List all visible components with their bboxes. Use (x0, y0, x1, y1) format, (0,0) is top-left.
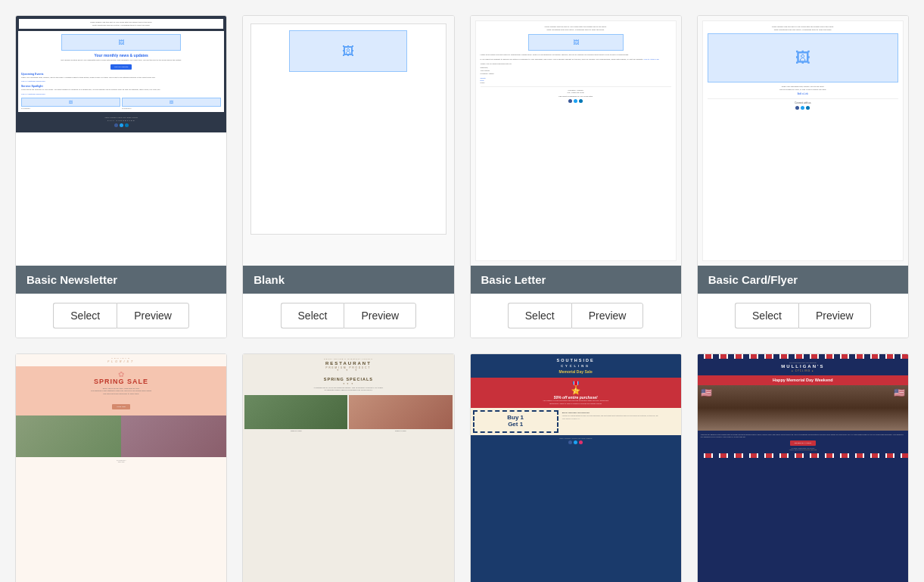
memorial-preview-area[interactable]: SOUTHSIDECYCLING Memorial Day Sale 🎖️ 50… (471, 354, 681, 582)
template-card-letter: Some readers see this part of your email… (470, 15, 682, 338)
cardflyer-preview-button[interactable]: Preview (798, 303, 871, 328)
cardflyer-preview-area[interactable]: Some readers see this part of your email… (698, 16, 908, 266)
newsletter-actions: Select Preview (16, 294, 226, 338)
letter-preview-button[interactable]: Preview (571, 303, 644, 328)
blank-title: Blank (254, 273, 285, 286)
template-card-restaurant-spring: Savor spring's greatest flavors RESTAURA… (242, 353, 454, 582)
blank-preview-area[interactable]: 🖼 (243, 16, 453, 266)
blank-preview-button[interactable]: Preview (344, 303, 416, 328)
letter-actions: Select Preview (471, 294, 681, 338)
letter-name-bar: Basic Letter (471, 266, 681, 294)
cardflyer-name-bar: Basic Card/Flyer (698, 266, 908, 294)
letter-preview-area[interactable]: Some readers see this part of your email… (471, 16, 681, 266)
cardflyer-title: Basic Card/Flyer (708, 273, 798, 286)
letter-title: Basic Letter (481, 273, 546, 286)
template-card-blank: 🖼 Blank Select Preview (242, 15, 454, 338)
restaurant-spring-preview-area[interactable]: Savor spring's greatest flavors RESTAURA… (243, 354, 453, 582)
newsletter-name-bar: Basic Newsletter (16, 266, 226, 294)
blank-actions: Select Preview (243, 294, 453, 338)
newsletter-title: Basic Newsletter (26, 273, 117, 286)
retail-spring-preview-area[interactable]: FEMIGAN FLORIST ✿ SPRING SALE Enjoy [30%… (16, 354, 226, 582)
restaurant-memorial-preview-area[interactable]: Kick off the season with some great eats… (698, 354, 908, 582)
template-grid: Some readers see this part of your email… (15, 15, 909, 582)
template-card-retail-spring: FEMIGAN FLORIST ✿ SPRING SALE Enjoy [30%… (15, 353, 227, 582)
cardflyer-select-button[interactable]: Select (735, 303, 798, 328)
cardflyer-actions: Select Preview (698, 294, 908, 338)
blank-name-bar: Blank (243, 266, 453, 294)
letter-select-button[interactable]: Select (508, 303, 571, 328)
blank-select-button[interactable]: Select (281, 303, 344, 328)
template-card-cardflyer: Some readers see this part of your email… (697, 15, 909, 338)
newsletter-preview-area[interactable]: Some readers see this part of your email… (16, 16, 226, 266)
template-card-newsletter: Some readers see this part of your email… (15, 15, 227, 338)
template-card-memorial: SOUTHSIDECYCLING Memorial Day Sale 🎖️ 50… (470, 353, 682, 582)
newsletter-preview-button[interactable]: Preview (117, 303, 189, 328)
newsletter-select-button[interactable]: Select (53, 303, 117, 328)
template-card-restaurant-memorial: Kick off the season with some great eats… (697, 353, 909, 582)
